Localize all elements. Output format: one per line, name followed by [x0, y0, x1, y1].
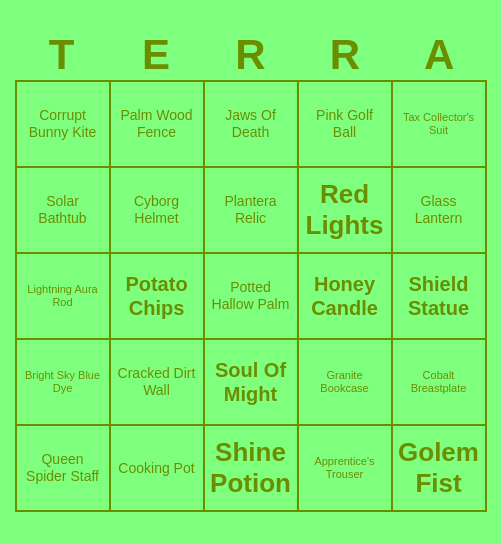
header-e: E — [112, 32, 200, 78]
bingo-cell-13: Honey Candle — [299, 254, 393, 340]
bingo-cell-11: Potato Chips — [111, 254, 205, 340]
bingo-cell-7: Plantera Relic — [205, 168, 299, 254]
header-t: T — [18, 32, 106, 78]
header-r1: R — [206, 32, 294, 78]
bingo-cell-2: Jaws Of Death — [205, 82, 299, 168]
bingo-cell-3: Pink Golf Ball — [299, 82, 393, 168]
bingo-cell-15: Bright Sky Blue Dye — [17, 340, 111, 426]
bingo-cell-4: Tax Collector's Suit — [393, 82, 487, 168]
bingo-cell-14: Shield Statue — [393, 254, 487, 340]
bingo-cell-8: Red Lights — [299, 168, 393, 254]
bingo-cell-6: Cyborg Helmet — [111, 168, 205, 254]
bingo-cell-20: Queen Spider Staff — [17, 426, 111, 512]
bingo-cell-18: Granite Bookcase — [299, 340, 393, 426]
bingo-cell-21: Cooking Pot — [111, 426, 205, 512]
bingo-cell-17: Soul Of Might — [205, 340, 299, 426]
bingo-cell-1: Palm Wood Fence — [111, 82, 205, 168]
header-a: A — [395, 32, 483, 78]
bingo-cell-22: Shine Potion — [205, 426, 299, 512]
bingo-card: T E R R A Corrupt Bunny KitePalm Wood Fe… — [11, 28, 491, 516]
header-r2: R — [301, 32, 389, 78]
bingo-cell-5: Solar Bathtub — [17, 168, 111, 254]
bingo-grid: Corrupt Bunny KitePalm Wood FenceJaws Of… — [15, 80, 487, 512]
bingo-cell-12: Potted Hallow Palm — [205, 254, 299, 340]
bingo-cell-10: Lightning Aura Rod — [17, 254, 111, 340]
bingo-cell-23: Apprentice's Trouser — [299, 426, 393, 512]
bingo-cell-0: Corrupt Bunny Kite — [17, 82, 111, 168]
bingo-cell-9: Glass Lantern — [393, 168, 487, 254]
bingo-cell-16: Cracked Dirt Wall — [111, 340, 205, 426]
bingo-cell-19: Cobalt Breastplate — [393, 340, 487, 426]
bingo-cell-24: Golem Fist — [393, 426, 487, 512]
bingo-header: T E R R A — [15, 32, 487, 78]
